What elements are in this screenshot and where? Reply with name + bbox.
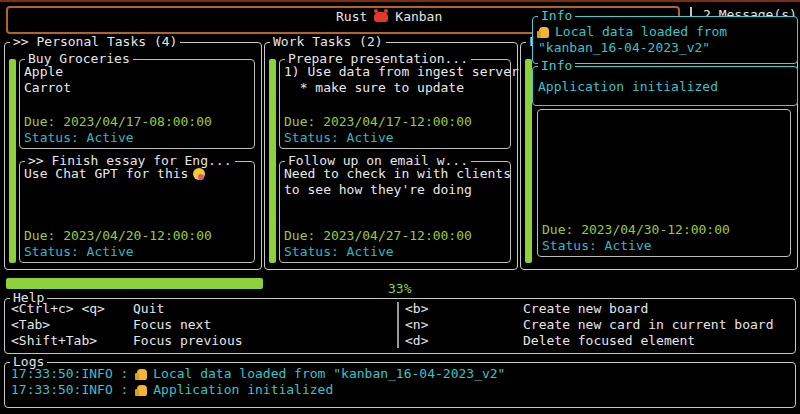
card-due: Due: 2023/04/20-12:00:00	[24, 228, 250, 244]
help-key: <Shift+Tab>	[11, 333, 97, 349]
card-line: Use Chat GPT for this	[24, 166, 250, 182]
board-title: >> Personal Tasks (4)	[10, 34, 180, 50]
help-description: Delete focused element	[523, 333, 695, 349]
card-status: Status: Active	[284, 130, 506, 146]
card-line-text: Use Chat GPT for this	[24, 166, 188, 182]
log-entry: 17:33:50:INFO : Local data loaded from "…	[11, 366, 791, 382]
card-line: Apple	[24, 64, 250, 80]
card-due: Due: 2023/04/17-08:00:00	[24, 114, 250, 130]
card-finish-essay[interactable]: >> Finish essay for Eng... Use Chat GPT …	[19, 161, 255, 263]
info-popup-initialized: Info Application initialized	[532, 66, 798, 106]
progress-bar-fill	[6, 278, 263, 289]
card-line: to see how they're doing	[284, 182, 506, 198]
board-personal-tasks[interactable]: >> Personal Tasks (4) Buy Groceries Appl…	[4, 42, 262, 270]
help-divider	[397, 302, 399, 348]
card-line: 1) Use data from ingest server	[284, 64, 506, 80]
board-title: Work Tasks (2)	[270, 34, 386, 50]
popup-message-text: Local data loaded from	[555, 24, 727, 40]
card-buy-groceries[interactable]: Buy Groceries Apple Carrot Due: 2023/04/…	[19, 59, 255, 149]
popup-title: Info	[538, 58, 575, 74]
app-topline	[0, 0, 800, 2]
app-root: Rust Kanban 2 Message(s) >> Personal Tas…	[0, 0, 800, 414]
zany-face-icon	[193, 168, 205, 180]
card-partial[interactable]: Due: 2023/04/30-12:00:00 Status: Active	[537, 109, 791, 257]
help-key: <d>	[405, 333, 428, 349]
card-line: * make sure to update	[284, 80, 506, 96]
help-description: Focus previous	[133, 333, 243, 349]
card-follow-up-email[interactable]: Follow up on email w... Need to check in…	[279, 161, 511, 263]
app-title-left: Rust	[336, 9, 367, 25]
popup-title: Info	[538, 8, 575, 24]
card-status: Status: Active	[24, 244, 250, 260]
thumbs-up-icon	[539, 27, 549, 38]
thumbs-up-icon	[137, 369, 147, 380]
progress-label: 33%	[388, 281, 411, 297]
help-description: Create new board	[523, 301, 648, 317]
app-title-right: Kanban	[395, 9, 442, 25]
log-message: Application initialized	[153, 382, 333, 398]
help-key: <b>	[405, 301, 428, 317]
popup-message: Local data loaded from	[538, 24, 792, 40]
app-title: Rust Kanban	[336, 9, 442, 25]
board-scrollbar[interactable]	[269, 59, 276, 263]
help-description: Create new card in current board	[523, 317, 773, 333]
card-status: Status: Active	[24, 130, 250, 146]
popup-message: Application initialized	[538, 79, 792, 95]
board-work-tasks[interactable]: Work Tasks (2) Prepare presentation... 1…	[264, 42, 518, 270]
log-time: 17:33:50:INFO :	[11, 382, 136, 398]
help-panel: Help <Ctrl+c> <q> Quit <Tab> Focus next …	[4, 298, 796, 354]
board-scrollbar[interactable]	[525, 59, 532, 263]
info-popup-loaded: Info Local data loaded from "kanban_16-0…	[532, 16, 798, 64]
crab-icon	[374, 12, 388, 22]
help-description: Quit	[133, 301, 164, 317]
log-entry: 17:33:50:INFO : Application initialized	[11, 382, 791, 398]
help-key: <Tab>	[11, 317, 50, 333]
log-message: Local data loaded from "kanban_16-04-202…	[153, 366, 505, 382]
card-status: Status: Active	[542, 238, 786, 254]
card-due: Due: 2023/04/30-12:00:00	[542, 222, 786, 238]
logs-panel: Logs 17:33:50:INFO : Local data loaded f…	[4, 362, 796, 408]
card-status: Status: Active	[284, 244, 506, 260]
card-line: Carrot	[24, 80, 250, 96]
help-description: Focus next	[133, 317, 211, 333]
help-key: <Ctrl+c> <q>	[11, 301, 105, 317]
board-scrollbar[interactable]	[9, 59, 16, 263]
card-prepare-presentation[interactable]: Prepare presentation... 1) Use data from…	[279, 59, 511, 149]
card-due: Due: 2023/04/17-12:00:00	[284, 114, 506, 130]
card-due: Due: 2023/04/27-12:00:00	[284, 228, 506, 244]
log-time: 17:33:50:INFO :	[11, 366, 136, 382]
card-line: Need to check in with clients	[284, 166, 506, 182]
help-key: <n>	[405, 317, 428, 333]
thumbs-up-icon	[137, 385, 147, 396]
popup-message: "kanban_16-04-2023_v2"	[538, 40, 792, 56]
